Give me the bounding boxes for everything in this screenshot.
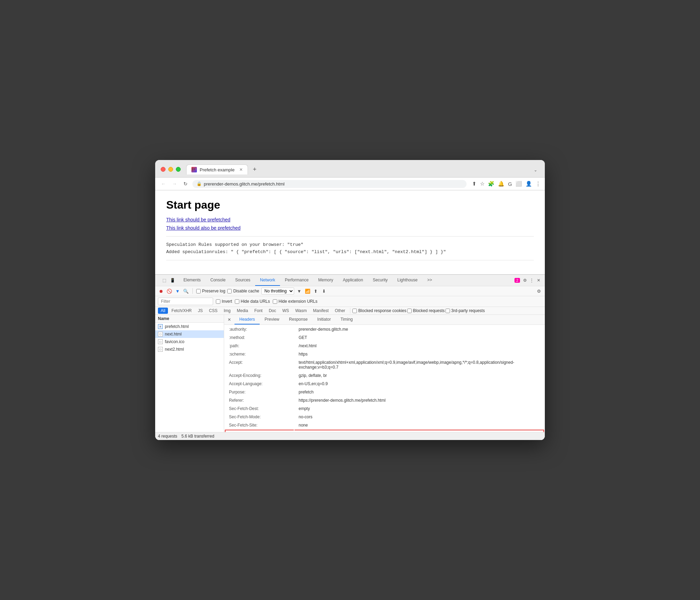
headers-panel: ✕ Headers Preview Response Initiator Tim…: [224, 315, 545, 432]
wifi-icon[interactable]: 📶: [304, 288, 311, 294]
mono-text-2: Added speculationrules: " { "prefetch": …: [166, 249, 534, 254]
profile-icon[interactable]: 🔔: [498, 181, 504, 187]
network-settings-icon[interactable]: ⚙: [536, 288, 542, 294]
devtools-main: Name ≡ prefetch.html □ next.html □ favic…: [155, 315, 545, 432]
download-icon[interactable]: ⬇: [321, 288, 327, 294]
transferred-size: 5.6 kB transferred: [181, 434, 214, 439]
tab-close-icon[interactable]: ✕: [239, 167, 243, 172]
new-tab-button[interactable]: +: [249, 164, 260, 174]
tab-elements[interactable]: Elements: [179, 275, 206, 286]
file-next2-icon: □: [158, 347, 163, 352]
file-item-favicon[interactable]: □ favicon.ico: [155, 338, 224, 346]
status-bar: 4 requests 5.6 kB transferred: [155, 432, 545, 440]
type-btn-other[interactable]: Other: [332, 308, 348, 314]
table-row: Accept-Encoding:gzip, deflate, br: [225, 372, 544, 379]
type-btn-ws[interactable]: WS: [280, 308, 292, 314]
minimize-button[interactable]: [168, 167, 173, 172]
settings-icon[interactable]: ⚙: [521, 277, 528, 284]
tab-console[interactable]: Console: [206, 275, 230, 286]
menu-icon[interactable]: ⋮: [536, 181, 541, 187]
back-button[interactable]: ←: [159, 180, 168, 188]
type-btn-js[interactable]: JS: [195, 308, 206, 314]
type-btn-manifest[interactable]: Manifest: [310, 308, 331, 314]
invert-label: Invert: [216, 299, 232, 304]
account-icon[interactable]: 👤: [526, 181, 532, 187]
tab-performance[interactable]: Performance: [280, 275, 313, 286]
table-row: Purpose:prefetch: [225, 388, 544, 396]
h-tab-preview[interactable]: Preview: [260, 315, 284, 324]
hide-data-urls-checkbox[interactable]: [235, 299, 239, 304]
tab-security[interactable]: Security: [368, 275, 392, 286]
type-btn-css[interactable]: CSS: [206, 308, 220, 314]
google-icon[interactable]: G: [508, 181, 512, 187]
bookmark-icon[interactable]: ☆: [480, 181, 484, 187]
throttle-select[interactable]: No throttling: [261, 288, 294, 294]
h-tab-response[interactable]: Response: [284, 315, 312, 324]
type-btn-img[interactable]: Img: [221, 308, 233, 314]
inspect-icon[interactable]: ⬚: [161, 277, 168, 284]
divider-1: [166, 236, 534, 237]
type-btn-all[interactable]: All: [158, 308, 168, 314]
requests-count: 4 requests: [158, 434, 177, 439]
forward-button[interactable]: →: [170, 180, 179, 188]
table-row: Sec-Fetch-Dest:empty: [225, 405, 544, 412]
blocked-requests-checkbox[interactable]: [407, 309, 412, 313]
address-bar: ← → ↻ 🔒 prerender-demos.glitch.me/prefet…: [155, 178, 545, 190]
mono-text-1: Speculation Rules supported on your brow…: [166, 242, 534, 247]
h-tab-timing[interactable]: Timing: [336, 315, 358, 324]
type-separator: [350, 308, 350, 313]
more-icon[interactable]: ⋮: [528, 277, 535, 284]
file-page-icon: □: [158, 332, 163, 337]
file-item-next2[interactable]: □ next2.html: [155, 346, 224, 353]
file-item-prefetch[interactable]: ≡ prefetch.html: [155, 323, 224, 330]
headers-close-icon[interactable]: ✕: [224, 315, 234, 324]
record-icon[interactable]: ⏺: [158, 288, 164, 294]
link-2[interactable]: This link should also be prefetched: [166, 225, 534, 231]
tab-sources[interactable]: Sources: [230, 275, 255, 286]
cast-icon[interactable]: ⬜: [516, 181, 522, 187]
type-btn-font[interactable]: Font: [251, 308, 265, 314]
third-party-requests-checkbox[interactable]: [446, 309, 450, 313]
table-row: :scheme:https: [225, 350, 544, 358]
hide-extension-urls-checkbox[interactable]: [273, 299, 277, 304]
close-devtools-icon[interactable]: ✕: [535, 277, 542, 284]
title-bar: 🏳 Prefetch example ✕ + ⌄: [155, 160, 545, 178]
maximize-button[interactable]: [176, 167, 181, 172]
device-icon[interactable]: 📱: [169, 277, 176, 284]
clear-icon[interactable]: 🚫: [166, 288, 172, 294]
tab-application[interactable]: Application: [338, 275, 368, 286]
upload-icon[interactable]: ⬆: [313, 288, 319, 294]
reload-button[interactable]: ↻: [181, 180, 190, 188]
file-list-header: Name: [155, 315, 224, 323]
filter-icon[interactable]: ▼: [174, 288, 181, 294]
extension-icon[interactable]: 🧩: [488, 181, 494, 187]
preserve-log-checkbox[interactable]: [196, 289, 201, 293]
url-bar[interactable]: 🔒 prerender-demos.glitch.me/prefetch.htm…: [192, 180, 467, 188]
h-tab-headers[interactable]: Headers: [234, 315, 260, 324]
throttle-down-icon[interactable]: ▼: [296, 288, 302, 294]
tab-more[interactable]: >>: [422, 275, 437, 286]
tab-memory[interactable]: Memory: [313, 275, 338, 286]
type-btn-media[interactable]: Media: [234, 308, 251, 314]
active-tab[interactable]: 🏳 Prefetch example ✕: [186, 164, 248, 174]
tab-chevron-icon[interactable]: ⌄: [532, 166, 539, 174]
tab-lighthouse[interactable]: Lighthouse: [392, 275, 422, 286]
search-icon[interactable]: 🔍: [183, 288, 189, 294]
filter-bar: Invert Hide data URLs Hide extension URL…: [155, 296, 545, 307]
disable-cache-checkbox[interactable]: [227, 289, 232, 293]
tab-network[interactable]: Network: [255, 275, 280, 286]
h-tab-initiator[interactable]: Initiator: [312, 315, 336, 324]
url-text: prerender-demos.glitch.me/prefetch.html: [204, 181, 462, 187]
type-btn-wasm[interactable]: Wasm: [292, 308, 310, 314]
table-row: Referer:https://prerender-demos.glitch.m…: [225, 397, 544, 404]
type-btn-doc[interactable]: Doc: [266, 308, 279, 314]
close-button[interactable]: [161, 167, 166, 172]
blocked-response-cookies-checkbox[interactable]: [352, 309, 357, 313]
filter-input[interactable]: [158, 298, 213, 305]
divider-2: [166, 260, 534, 260]
invert-checkbox[interactable]: [216, 299, 220, 304]
link-1[interactable]: This link should be prefetched: [166, 217, 534, 222]
share-icon[interactable]: ⬆: [472, 181, 477, 187]
type-btn-fetch[interactable]: Fetch/XHR: [169, 308, 194, 314]
file-item-next[interactable]: □ next.html: [155, 330, 224, 338]
